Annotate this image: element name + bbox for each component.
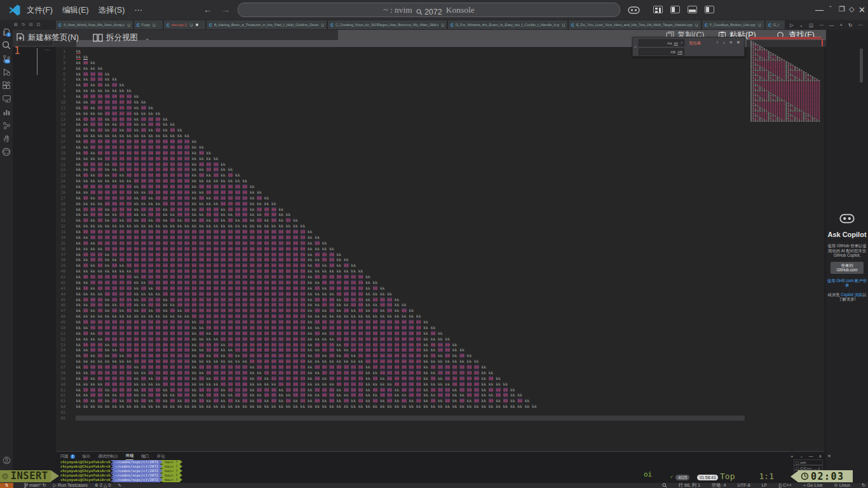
copilot-header-icon-3[interactable]: ⋯ — [858, 22, 863, 28]
customize-layout-icon[interactable] — [653, 6, 663, 13]
panel-tab-4[interactable]: 端口 — [141, 454, 149, 459]
maximize-icon[interactable]: ◇ — [849, 5, 854, 13]
token: kk — [76, 77, 81, 81]
editor-tab-8[interactable]: CG_I — [766, 20, 785, 29]
account-icon[interactable] — [0, 456, 13, 467]
activity-bar-extensions-icon[interactable] — [0, 81, 13, 92]
terminal-list-item-0[interactable]: ▢ zsh — [794, 459, 823, 465]
copilot-header-icon-2[interactable]: ↻ — [848, 22, 852, 28]
toggle-sidebar-icon[interactable] — [670, 6, 680, 13]
restore-button[interactable]: ❐ — [839, 5, 845, 13]
find-collapse-icon[interactable]: ⌄ — [634, 44, 637, 49]
indent-status[interactable]: 空格: 4 — [712, 482, 726, 488]
panel-tab-0[interactable]: 问题 — [60, 454, 69, 459]
editor-tab-2[interactable]: Ctest.cpp 2,U — [164, 20, 205, 29]
editor-actions[interactable]: ▷⌄◫⋯ — [790, 22, 824, 28]
token: kk — [134, 388, 139, 392]
keep-above-icon[interactable]: ˇ — [829, 5, 832, 13]
find-nav-icons[interactable]: ↑↓≡✕ — [716, 40, 740, 45]
os-status[interactable]: ⊙Linux — [834, 482, 850, 488]
menu-item-1[interactable]: 编辑(E) — [62, 5, 89, 16]
activity-bar-remote-icon[interactable] — [0, 94, 13, 105]
editor-tab-1[interactable]: CF.cppU — [134, 20, 163, 29]
remote-indicator[interactable]: ↯ — [0, 483, 13, 488]
copilot-walkthrough-link[interactable]: Copilot 演练 — [841, 292, 862, 297]
activity-bar-hand-icon[interactable] — [0, 134, 13, 146]
panel-tab-2[interactable]: 调试控制台 — [98, 454, 118, 459]
token: kk — [322, 247, 327, 251]
golive-status[interactable]: ⌁Go Live — [803, 482, 823, 488]
edit-indicator-icon[interactable]: ✎ — [118, 483, 121, 488]
minimize-button[interactable]: — — [815, 5, 824, 15]
sidebar-ellipsis[interactable]: ⋯ — [44, 47, 50, 53]
activity-bar-search-icon[interactable] — [0, 41, 13, 52]
panel-tab-1[interactable]: 输出 — [83, 454, 91, 459]
panel-action-3[interactable]: ∧ — [818, 454, 822, 459]
panel-action-icons[interactable]: ＋⌄—∧✕ — [790, 454, 831, 459]
sidebar-search-input[interactable] — [17, 41, 53, 46]
panel-tab-3[interactable]: 终端 — [126, 453, 134, 460]
encoding-status[interactable]: UTF-8 — [737, 482, 750, 488]
find-nav-2[interactable]: ≡ — [729, 40, 732, 45]
copilot-header-icon-1[interactable]: + — [840, 22, 843, 28]
search-status-icon[interactable] — [662, 483, 667, 488]
toggle-panel-icon[interactable] — [688, 6, 697, 13]
toggle-secondary-sidebar-icon[interactable] — [705, 6, 714, 13]
panel-action-0[interactable]: ＋ — [790, 454, 794, 459]
activity-bar-references-icon[interactable] — [0, 121, 13, 132]
nav-forward-icon[interactable]: → — [221, 4, 230, 15]
command-center[interactable]: ~ : nvim 2072 Konsole — [238, 3, 620, 17]
copilot-icon[interactable] — [628, 6, 640, 15]
find-nav-1[interactable]: ↓ — [723, 40, 726, 45]
token: 00 — [184, 286, 189, 290]
notifications-bell-icon[interactable]: ↻ — [862, 482, 865, 488]
menu-item-0[interactable]: 文件(F) — [27, 5, 53, 16]
close-button[interactable]: ✕ — [858, 5, 865, 15]
cursor-position-status[interactable]: 行 66, 列 1 — [679, 482, 700, 488]
copilot-signin-button[interactable]: 登录到 GitHub.com — [831, 262, 864, 274]
terminal-list-item-1[interactable]: ▢ C/C++: ... ✓ — [794, 465, 823, 471]
editor-tab-6[interactable]: CE_Do_You_Love_Your_Hero_and_His_Two_Hit… — [569, 20, 701, 29]
editor-tab-0[interactable]: CA_New_World_Now_Me_New_Acray.cppU — [56, 20, 133, 29]
menu-item-2[interactable]: 选择(S) — [98, 5, 125, 16]
git-branch-status[interactable]: main* ↻ — [24, 482, 46, 488]
token: 00 — [177, 269, 182, 273]
menu-item-3[interactable]: ⋯ — [134, 5, 142, 16]
editor-tab-3[interactable]: CB_Having_Been_a_Treasurer_in_the_Past_I… — [207, 20, 327, 29]
copilot-ghe-link[interactable]: 使用 GHE.com 帐户登录 — [826, 278, 868, 288]
panel-tab-5[interactable]: 评论 — [157, 454, 165, 459]
split-view-button[interactable]: 拆分视图 ⌄ — [93, 32, 150, 43]
editor-tab-4[interactable]: CC_Creating_Keys_for_StORages_Has_Become… — [328, 20, 447, 29]
panel-action-1[interactable]: ⌄ — [800, 454, 803, 459]
activity-bar-testing-icon[interactable] — [0, 107, 13, 119]
eol-status[interactable]: LF — [762, 482, 767, 488]
panel-action-4[interactable]: ✕ — [827, 454, 831, 459]
copilot-scrollbar[interactable] — [860, 48, 863, 83]
explorer-toolbar-icons[interactable]: ⊞↻⊟⊡ — [14, 22, 41, 27]
editor-tab-7[interactable]: CF_Goodbye_Broken_Life.cppU — [702, 20, 764, 29]
editor-terminal[interactable]: 1kk2kk kk3kk 00 kk4kk kk kk kk5kk 00 00 … — [56, 47, 824, 451]
editor-action-0[interactable]: ▷ — [790, 22, 794, 28]
editor-action-1[interactable]: ⌄ — [799, 22, 803, 28]
copilot-header-icons[interactable]: —+↻⋯✕ — [829, 22, 868, 28]
nav-back-icon[interactable]: ← — [203, 4, 212, 15]
editor-tab-5[interactable]: CD_For_Wizards_the_Exam_Is_Easy_but_I_Co… — [448, 20, 567, 29]
minimap[interactable] — [749, 37, 822, 122]
problems-status[interactable]: ⊗2△0 — [95, 482, 111, 488]
find-widget[interactable]: ⌄ Aaab.* 无结果 ↑↓≡✕ ABAB — [632, 37, 745, 57]
panel-action-2[interactable]: — — [809, 454, 813, 459]
activity-bar-github-icon[interactable] — [0, 147, 13, 159]
find-input[interactable]: Aaab.* — [639, 39, 684, 46]
language-status[interactable]: {}C++ — [778, 482, 791, 488]
editor-action-2[interactable]: ◫ — [809, 22, 813, 28]
find-nav-0[interactable]: ↑ — [716, 40, 719, 45]
copilot-header-icon-0[interactable]: — — [829, 22, 834, 28]
token: 00 — [199, 207, 204, 212]
token: 00 — [329, 365, 334, 369]
token: 00 — [184, 247, 189, 251]
activity-bar-run-debug-icon[interactable] — [0, 67, 13, 79]
run-testcases-button[interactable]: ▷Run Testcases — [53, 482, 88, 488]
editor-action-3[interactable]: ⋯ — [819, 22, 824, 28]
replace-input[interactable]: ABAB — [639, 48, 684, 55]
find-nav-3[interactable]: ✕ — [736, 40, 740, 45]
